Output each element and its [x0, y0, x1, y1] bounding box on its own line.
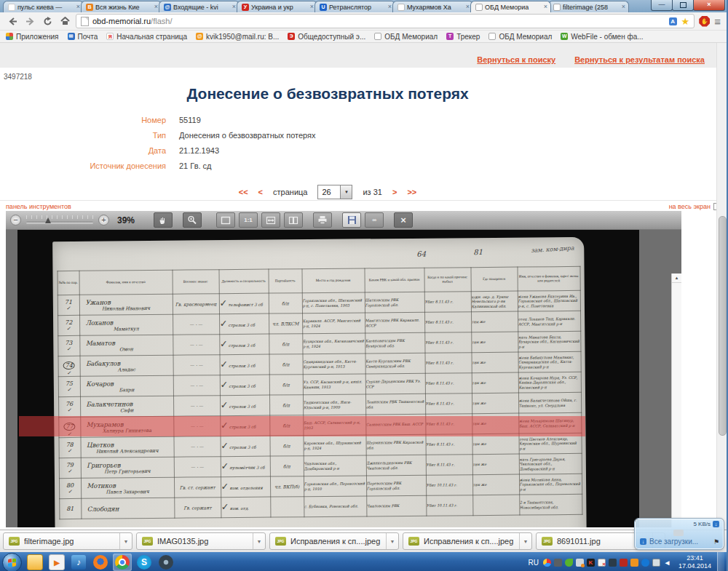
bookmark-item[interactable]: ОБД Мемориал [488, 33, 552, 41]
bookmark-item[interactable]: @ kvik1950@mail.ru: В... [196, 33, 279, 41]
tray-icon[interactable] [598, 559, 606, 567]
browser-tab[interactable]: У Украина и укр × [237, 1, 317, 12]
tab-close-icon[interactable]: × [232, 4, 236, 10]
browser-tab[interactable]: filterimage (258 × [548, 1, 629, 12]
tray-icon[interactable] [554, 559, 562, 567]
language-indicator[interactable]: RU [529, 559, 539, 567]
bookmark-item[interactable]: Приложения [6, 33, 59, 41]
viewer-canvas[interactable]: 64 81 зам. ком-дира №№ по пор.Фамилия, и… [6, 230, 681, 527]
page-select[interactable]: 26 ▼ [317, 185, 352, 199]
tab-favicon: U [320, 4, 327, 11]
download-item[interactable]: JPG Исправления к сп....jpeg ▼ [403, 532, 532, 550]
bookmark-item[interactable]: Э Общедоступный э... [288, 33, 365, 41]
home-icon[interactable] [58, 15, 71, 28]
download-item[interactable]: JPG IMAG0135.jpg ▼ [136, 532, 266, 550]
start-button[interactable] [2, 553, 22, 571]
bookmark-icon: Э [288, 33, 295, 40]
show-desktop-button[interactable] [717, 552, 724, 571]
address-bar[interactable]: obd-memorial.ru/flash/ A ★ [76, 14, 695, 28]
chrome-menu-icon[interactable]: ≡ [714, 16, 721, 27]
taskbar-app-icon[interactable] [157, 554, 175, 571]
all-downloads-link[interactable]: Все загрузки... [649, 538, 698, 546]
taskbar-app-icon[interactable]: ▶ [47, 554, 66, 571]
fit-width-button[interactable] [261, 212, 280, 228]
forward-icon[interactable] [23, 15, 36, 28]
zoom-slider[interactable] [26, 215, 93, 225]
select-region-button[interactable] [216, 212, 235, 228]
tray-icon[interactable] [609, 559, 617, 567]
last-page-button[interactable]: >> [407, 188, 416, 196]
prev-page-button[interactable]: < [258, 188, 263, 196]
actual-size-button[interactable]: 1:1 [239, 212, 258, 228]
download-menu-caret[interactable]: ▼ [253, 533, 265, 549]
browser-tab[interactable]: Я пульс киева — × [3, 1, 84, 12]
taskbar-app-icon[interactable] [25, 554, 44, 571]
bookmark-item[interactable]: Я Начальная страница [106, 33, 187, 41]
back-icon[interactable] [6, 15, 19, 28]
tray-icon[interactable] [576, 559, 584, 567]
chevron-down-icon[interactable]: ▼ [340, 185, 352, 199]
tray-icon[interactable] [543, 559, 551, 567]
bookmark-item[interactable]: ✉ Почта [68, 33, 98, 41]
adblock-icon[interactable]: ✋ [699, 16, 710, 27]
tray-icon[interactable]: ◄ [663, 559, 671, 567]
back-to-results-link[interactable]: Вернуться к результатам поиска [574, 55, 705, 64]
tab-close-icon[interactable]: × [622, 4, 625, 10]
first-page-button[interactable]: << [239, 188, 248, 196]
tray-icon[interactable] [641, 559, 649, 567]
tray-icon[interactable] [652, 559, 660, 567]
hand-tool-button[interactable] [154, 212, 173, 228]
download-item[interactable]: JPG filterimage.jpg ▼ [3, 532, 132, 550]
download-menu-caret[interactable]: ▼ [519, 533, 531, 549]
browser-tab[interactable]: U Ретранслятор × [314, 1, 395, 12]
back-to-search-link[interactable]: Вернуться к поиску [477, 55, 555, 64]
maximize-button[interactable] [672, 0, 694, 11]
bookmark-item[interactable]: Т Трекер [446, 33, 480, 41]
viewer-scrollbar[interactable]: ▲ [671, 273, 681, 527]
scroll-up-icon[interactable]: ▲ [672, 273, 681, 283]
slider-thumb[interactable] [45, 217, 51, 223]
two-page-button[interactable] [284, 212, 303, 228]
download-menu-caret[interactable]: ▼ [386, 533, 398, 549]
tray-icon[interactable] [620, 559, 628, 567]
taskbar-app-icon[interactable]: S [135, 554, 154, 571]
bookmark-item[interactable]: W WebFile - обмен фа... [561, 33, 643, 41]
bookmark-star-icon[interactable]: ★ [681, 17, 690, 26]
minimize-button[interactable]: — [651, 0, 673, 11]
tab-close-icon[interactable]: × [310, 4, 314, 10]
taskbar-app-icon[interactable] [91, 554, 110, 571]
tab-close-icon[interactable]: × [544, 4, 547, 10]
taskbar-app-icon[interactable] [113, 554, 132, 571]
close-button[interactable]: × [693, 0, 725, 11]
tab-close-icon[interactable]: × [76, 4, 80, 10]
scrollbar-thumb[interactable] [719, 216, 727, 436]
tray-icon[interactable] [630, 559, 638, 567]
link-button[interactable]: ∞ [365, 212, 384, 228]
tab-close-icon[interactable]: × [388, 4, 392, 10]
zoom-out-button[interactable]: − [10, 215, 21, 225]
browser-tab[interactable]: В Вся жизнь Кие × [81, 1, 162, 12]
tab-close-icon[interactable]: × [466, 4, 470, 10]
browser-tab[interactable]: ОБД Мемориа × [470, 1, 551, 12]
browser-tab[interactable]: ✚ Мухарямов Ха × [392, 1, 473, 12]
next-page-button[interactable]: > [392, 188, 397, 196]
save-button[interactable] [342, 212, 361, 228]
close-toolbar-button[interactable]: × [394, 212, 413, 228]
reload-icon[interactable] [41, 15, 54, 28]
bookmark-item[interactable]: ОБД Мемориал [374, 33, 438, 41]
tray-icon[interactable]: K [587, 559, 595, 567]
meta-value: 21.12.1943 [179, 143, 219, 159]
taskbar-app-icon[interactable]: ♪ [69, 554, 88, 571]
zoom-in-button[interactable]: + [98, 215, 109, 225]
tab-close-icon[interactable]: × [154, 4, 158, 10]
tray-icon[interactable] [565, 559, 573, 567]
browser-tab[interactable]: @ Входящие - kvi × [159, 1, 240, 12]
download-item[interactable]: JPG Исправления к сп....jpeg ▼ [269, 532, 399, 550]
taskbar-clock[interactable]: 23:41 17.04.2014 [678, 554, 711, 570]
translate-icon[interactable]: A [669, 17, 677, 25]
jpg-file-icon: JPG [9, 537, 20, 546]
download-menu-caret[interactable]: ▼ [119, 533, 132, 549]
page-scrollbar[interactable] [716, 43, 727, 530]
zoom-region-button[interactable] [183, 212, 202, 228]
print-button[interactable] [313, 212, 332, 228]
